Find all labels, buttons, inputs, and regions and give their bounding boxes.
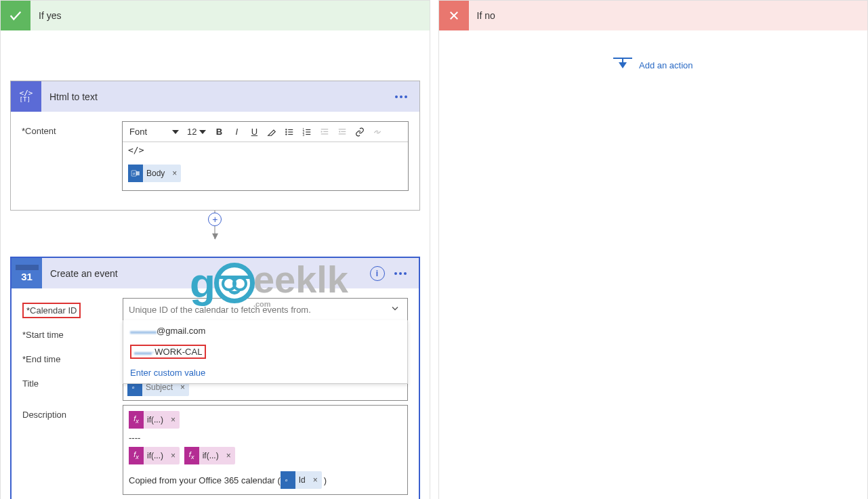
dropdown-item-workcal[interactable]: ▬▬-WORK-CAL [123, 341, 407, 362]
svg-point-2 [286, 131, 287, 132]
description-field[interactable]: fx if(...) × ---- fx if(...) × [123, 405, 408, 495]
dropdown-item-gmail[interactable]: ▬▬▬@gmail.com [123, 320, 407, 341]
html-to-text-header[interactable]: </>[T] Html to text [11, 81, 419, 112]
svg-rect-1 [289, 129, 293, 129]
bullet-list-button[interactable] [282, 125, 297, 139]
dropdown-custom-value[interactable]: Enter custom value [123, 362, 407, 383]
svg-rect-9 [306, 131, 311, 132]
svg-rect-5 [289, 133, 293, 134]
ellipsis-icon[interactable] [394, 272, 407, 275]
fx-tag[interactable]: fx if(...) × [184, 447, 235, 464]
create-event-card: 31 Create an event i *Calendar ID Unique… [10, 257, 420, 499]
connector: + [10, 211, 420, 228]
rich-text-toolbar: Font 12 B I U [123, 122, 408, 142]
close-icon [439, 1, 469, 30]
calendar-icon: 31 [12, 258, 42, 288]
svg-rect-13 [324, 131, 329, 131]
font-size-select[interactable]: 12 [184, 127, 209, 137]
number-list-button[interactable]: 123 [299, 125, 314, 139]
indent-button[interactable] [335, 125, 350, 139]
title-label: Title [22, 374, 123, 389]
if-no-branch: If no Add an action [438, 0, 869, 499]
calendar-dropdown: ▬▬▬@gmail.com ▬▬-WORK-CAL Enter custom v… [123, 320, 408, 384]
fx-icon: fx [184, 447, 199, 464]
svg-marker-14 [321, 130, 323, 132]
editor-area[interactable]: </> [123, 142, 408, 160]
create-event-header[interactable]: 31 Create an event i [12, 258, 419, 288]
info-icon[interactable]: i [370, 266, 385, 281]
chevron-down-icon [390, 303, 400, 316]
svg-marker-18 [339, 130, 340, 132]
italic-button[interactable]: I [229, 125, 244, 139]
id-tag[interactable]: o Id × [281, 471, 322, 489]
svg-rect-11 [306, 133, 311, 134]
add-step-button[interactable]: + [208, 213, 222, 226]
unlink-button[interactable] [370, 125, 385, 139]
svg-rect-12 [321, 129, 329, 129]
outdent-button[interactable] [317, 125, 332, 139]
link-button[interactable] [352, 125, 367, 139]
calendar-id-select[interactable]: Unique ID of the calendar to fetch event… [123, 298, 408, 321]
add-action-button[interactable]: Add an action [439, 30, 868, 100]
description-label: Description [22, 405, 123, 420]
svg-rect-19 [339, 133, 346, 134]
svg-rect-3 [289, 131, 293, 132]
html-to-text-card: </>[T] Html to text *Content Font 12 [10, 81, 420, 211]
bold-button[interactable]: B [211, 125, 226, 139]
svg-rect-7 [306, 129, 311, 129]
svg-rect-22 [136, 171, 140, 175]
remove-tag-icon[interactable]: × [167, 415, 180, 425]
fx-tag[interactable]: fx if(...) × [129, 447, 180, 464]
start-time-label: *Start time [22, 325, 123, 340]
outlook-icon: o [128, 165, 143, 182]
create-event-title: Create an event [42, 268, 370, 279]
rich-text-editor[interactable]: Font 12 B I U [122, 121, 409, 191]
color-button[interactable] [264, 125, 279, 139]
svg-rect-15 [321, 133, 329, 134]
if-yes-branch: If yes </>[T] Html to text *Content [0, 0, 430, 499]
svg-text:3: 3 [303, 133, 305, 136]
svg-point-0 [286, 129, 287, 130]
remove-tag-icon[interactable]: × [176, 383, 189, 392]
font-select[interactable]: Font [127, 127, 182, 137]
calendar-id-label: *Calendar ID [22, 298, 123, 318]
underline-button[interactable]: U [247, 125, 262, 139]
if-yes-header: If yes [1, 1, 430, 30]
if-yes-label: If yes [30, 10, 61, 21]
ellipsis-icon[interactable] [395, 95, 407, 98]
fx-tag[interactable]: fx if(...) × [129, 411, 180, 429]
remove-tag-icon[interactable]: × [167, 451, 180, 460]
svg-rect-16 [339, 129, 346, 129]
end-time-label: *End time [22, 349, 123, 364]
body-tag[interactable]: o Body × [128, 165, 181, 182]
html-to-text-icon: </>[T] [11, 81, 41, 112]
outlook-icon: o [281, 471, 295, 489]
remove-tag-icon[interactable]: × [222, 451, 235, 460]
fx-icon: fx [129, 411, 144, 429]
if-no-header: If no [439, 1, 868, 30]
svg-rect-17 [342, 131, 346, 131]
connector-arrow: ▾ [10, 228, 420, 239]
if-no-label: If no [469, 10, 495, 21]
svg-point-4 [286, 133, 287, 135]
fx-icon: fx [129, 447, 144, 464]
content-label: *Content [22, 121, 122, 136]
remove-tag-icon[interactable]: × [309, 475, 322, 485]
html-to-text-title: Html to text [41, 91, 395, 102]
add-action-icon [613, 58, 632, 72]
check-icon [1, 1, 30, 30]
remove-tag-icon[interactable]: × [168, 169, 181, 178]
